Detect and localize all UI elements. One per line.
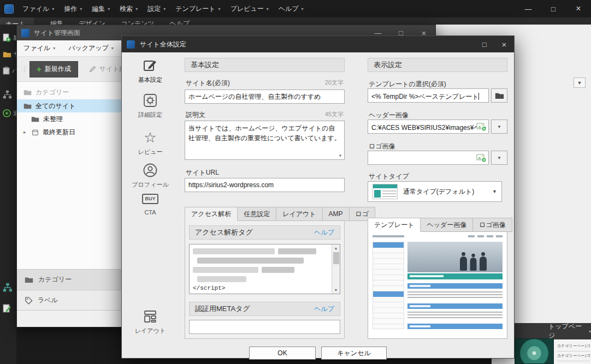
folder-icon xyxy=(23,103,32,109)
nav-profile[interactable]: プロフィール xyxy=(122,162,179,189)
app-minimize-button[interactable]: — xyxy=(516,0,541,17)
expander-icon[interactable]: ▸ xyxy=(23,129,28,135)
manager-menu-backup[interactable]: バックアップ▾ xyxy=(62,44,120,53)
new-site-button[interactable]: + 新規作成 xyxy=(29,61,78,77)
template-input[interactable]: <% TempDir %>ベーステンプレート xyxy=(368,88,489,103)
app-close-button[interactable]: × xyxy=(566,0,591,17)
site-type-row: サイトタイプ xyxy=(369,172,506,181)
menu-edit[interactable]: 編集▾ xyxy=(87,0,115,17)
text-caret xyxy=(478,93,479,100)
preview-text-lines xyxy=(407,291,503,300)
manager-menu-file[interactable]: ファイル▾ xyxy=(17,44,62,53)
preview-article-title-bar xyxy=(407,303,503,309)
code-scrollbar[interactable]: ▲ ▼ xyxy=(332,244,340,294)
category-page-item[interactable]: カテゴリーページ3-4 xyxy=(557,342,590,351)
nav-review[interactable]: ☆ レビュー xyxy=(122,129,179,156)
menu-operation[interactable]: 操作▾ xyxy=(59,0,87,17)
nav-layout[interactable]: レイアウト xyxy=(122,308,179,335)
dialog-maximize-button[interactable]: □ xyxy=(475,36,494,52)
new-site-icon[interactable]: 新 xyxy=(3,32,16,43)
menu-help[interactable]: ヘルプ▾ xyxy=(274,0,309,17)
logo-image-dropdown-button[interactable]: ▼ xyxy=(491,151,507,165)
preview-tab-header-image[interactable]: ヘッダー画像 xyxy=(421,218,473,232)
menu-settings[interactable]: 設定▾ xyxy=(143,0,170,17)
analytics-code-box[interactable]: </script> ▲ ▼ xyxy=(189,244,340,294)
app-titlebar: ファイル▾ 操作▾ 編集▾ 検索▾ 設定▾ テンプレート▾ プレビュー▾ ヘルプ… xyxy=(0,0,591,17)
preview-header-image xyxy=(407,242,503,272)
tab-layout[interactable]: レイアウト xyxy=(276,207,322,221)
chevron-down-icon: ▾ xyxy=(108,7,110,11)
tree-item-all-sites[interactable]: 全てのサイト xyxy=(17,99,126,112)
category-page-list: カテゴリーページ3-4 カテゴリーページ5-4 xyxy=(557,342,590,361)
dialog-close-button[interactable]: × xyxy=(494,36,514,52)
tab-optional-settings[interactable]: 任意設定 xyxy=(238,207,276,221)
site-settings-dialog: サイト全体設定 □ × 基本設定 詳細設定 ☆ レビュー xyxy=(121,35,515,359)
meta-tag-header: 認証用METAタグ ヘルプ xyxy=(189,302,340,316)
analytics-help-link[interactable]: ヘルプ xyxy=(314,228,334,237)
menu-preview[interactable]: プレビュー▾ xyxy=(226,0,274,17)
scroll-down-icon[interactable]: ▼ xyxy=(332,288,340,292)
tab-amp[interactable]: AMP xyxy=(323,207,350,221)
tree-item-last-updated[interactable]: ▸ 最終更新日 xyxy=(17,126,126,139)
chevron-down-icon: ▼ xyxy=(497,124,501,129)
folder-icon xyxy=(31,116,39,122)
left-toolbar-rail: 新 サ パ 追 xyxy=(0,25,16,364)
logo-image-row: ロゴ画像 xyxy=(369,142,506,151)
nav-cta[interactable]: BUY CTA xyxy=(122,190,179,216)
edit-page-icon[interactable] xyxy=(3,303,16,314)
site-type-dropdown[interactable]: 通常タイプ(デフォルト) ▼ xyxy=(368,181,502,202)
menu-template[interactable]: テンプレート▾ xyxy=(170,0,225,17)
tab-access-analytics[interactable]: アクセス解析 xyxy=(185,207,238,221)
nav-basic-settings[interactable]: 基本設定 xyxy=(122,57,179,84)
scroll-up-icon[interactable]: ▲ xyxy=(332,246,340,250)
chevron-down-icon: ▾ xyxy=(135,7,138,11)
sitemap-icon[interactable] xyxy=(3,89,16,100)
sitemap-tool-icon[interactable] xyxy=(3,282,16,293)
scroll-down-icon[interactable]: ▼ xyxy=(338,153,342,158)
template-preview-panel xyxy=(368,231,507,339)
site-name-input[interactable] xyxy=(185,89,345,104)
scroll-thumb[interactable] xyxy=(333,252,339,264)
window-icon xyxy=(21,29,29,37)
backup-clipboard-icon[interactable]: パ xyxy=(3,65,16,76)
nav-detail-settings[interactable]: 詳細設定 xyxy=(122,92,179,119)
chevron-down-icon: ▼ xyxy=(492,189,497,194)
chevron-down-icon: ▾ xyxy=(163,7,166,11)
category-page-item[interactable]: カテゴリーページ5-4 xyxy=(557,351,590,361)
add-item-icon[interactable]: 追 xyxy=(3,108,16,118)
menu-file[interactable]: ファイル▾ xyxy=(17,0,59,17)
tree-item-unsorted[interactable]: 未整理 xyxy=(17,112,126,126)
preview-tab-logo-image[interactable]: ロゴ画像 xyxy=(473,218,512,232)
panel-dropdown-caret[interactable]: ▼ xyxy=(574,77,586,88)
image-add-icon xyxy=(476,123,486,131)
site-folder-icon[interactable]: サ xyxy=(3,49,16,59)
header-image-input[interactable]: C:¥ACES WEB¥SIRIUS2¥images¥ヘッ xyxy=(368,120,489,134)
preview-article-title-bar xyxy=(407,283,503,289)
preview-tab-template[interactable]: テンプレート xyxy=(368,218,421,232)
toolbar-grip: ⋮ xyxy=(21,65,27,73)
site-url-input[interactable] xyxy=(185,178,345,192)
screen: ファイル▾ 操作▾ 編集▾ 検索▾ 設定▾ テンプレート▾ プレビュー▾ ヘルプ… xyxy=(0,0,591,364)
cancel-button[interactable]: キャンセル xyxy=(321,347,387,360)
section-category[interactable]: カテゴリー xyxy=(17,269,126,290)
settings-tabs: アクセス解析 任意設定 レイアウト AMP ロゴ xyxy=(185,207,375,221)
header-image-row: ヘッダー画像 xyxy=(369,111,506,120)
header-image-dropdown-button[interactable]: ▼ xyxy=(491,120,507,134)
dialog-title: サイト全体設定 xyxy=(140,40,186,49)
menu-search[interactable]: 検索▾ xyxy=(115,0,143,17)
chevron-down-icon: ▾ xyxy=(52,7,54,11)
person-silhouette xyxy=(470,254,477,271)
logo-image-input[interactable] xyxy=(368,151,489,165)
description-label: 説明文 xyxy=(186,110,205,119)
script-end-tag: </script> xyxy=(193,285,225,291)
app-maximize-button[interactable]: □ xyxy=(541,0,566,17)
section-label[interactable]: ラベル xyxy=(17,290,126,311)
ok-button[interactable]: OK xyxy=(249,347,316,360)
pencil-icon xyxy=(89,65,96,73)
analytics-tag-header: アクセス解析タグ ヘルプ xyxy=(189,225,340,240)
description-textarea[interactable]: 当サイトでは、ホームページ、ウエブサイトの自社管理、自主製作の重要性について書い… xyxy=(185,121,345,160)
template-browse-button[interactable] xyxy=(491,88,507,103)
meta-help-link[interactable]: ヘルプ xyxy=(314,305,334,314)
image-add-icon xyxy=(476,154,486,162)
meta-tag-input[interactable] xyxy=(189,320,340,334)
